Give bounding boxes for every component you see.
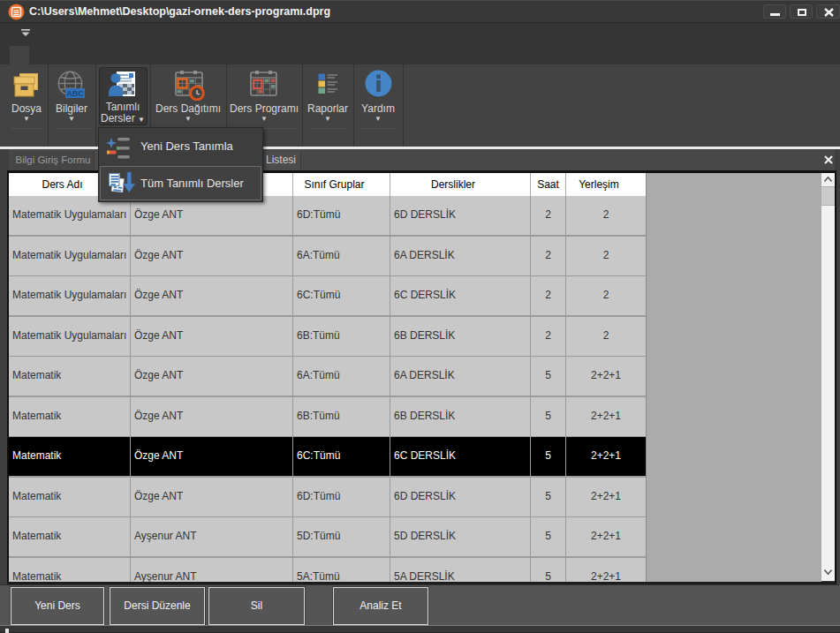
svg-text:ABC: ABC	[66, 89, 84, 98]
